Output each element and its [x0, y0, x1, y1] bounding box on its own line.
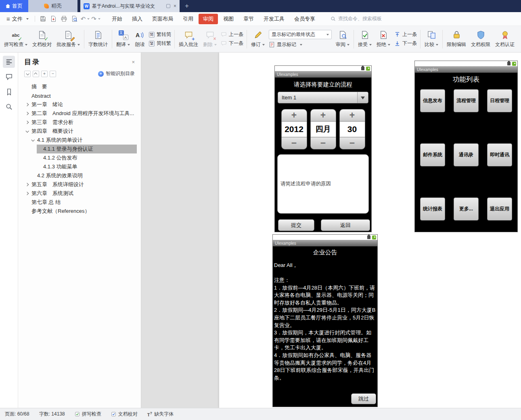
translate-button[interactable]: 文 A 翻译 — [114, 27, 132, 51]
tab-pin-icon[interactable] — [166, 4, 170, 8]
toc-item[interactable]: 参考文献（References） — [18, 207, 141, 216]
tab-dev-tools[interactable]: 开发工具 — [259, 14, 289, 24]
compare-button[interactable]: 比较 — [422, 27, 441, 51]
export-pdf-button[interactable] — [48, 14, 59, 24]
doc-permission-button[interactable]: 文档权限 — [469, 27, 493, 51]
word-count-indicator[interactable]: 字数: 14138 — [39, 411, 65, 418]
tab-start[interactable]: 开始 — [107, 14, 127, 24]
simp-to-trad-button[interactable]: 繁 简转繁 — [149, 40, 171, 47]
charging-icon — [512, 62, 516, 66]
tab-insert[interactable]: 插入 — [128, 14, 147, 24]
tab-review[interactable]: 审阅 — [199, 14, 218, 24]
document-page[interactable]: UIexamples 请选择将要建立的流程 Item 1 + 2012 − — [219, 52, 521, 408]
track-changes-icon — [253, 30, 263, 40]
toc-item[interactable]: 第三章 需求分析 — [18, 118, 141, 127]
delete-comment-button[interactable]: × 删除 — [201, 27, 219, 51]
divider — [35, 16, 35, 22]
toc-item[interactable]: 4.1.2 公告发布 — [18, 153, 141, 162]
proofread-status-button[interactable]: 文档校对 — [111, 411, 138, 418]
toc-item[interactable]: 第六章 系统测试 — [18, 189, 141, 198]
toc-item[interactable]: 4.1.3 功能菜单 — [18, 162, 141, 171]
chevron-down-icon — [26, 72, 29, 75]
textarea-hint: 请简述流程申请的原因 — [280, 181, 331, 187]
redo-button[interactable]: ↷ — [91, 15, 100, 23]
sidebar-comment-button[interactable] — [3, 71, 15, 83]
spellcheck-status-button[interactable]: 拼写检查 — [75, 411, 101, 418]
new-tab-button[interactable]: + — [180, 0, 194, 12]
toc-item-selected[interactable]: 4.1.1 登录与身份认证 — [18, 145, 141, 153]
toc-item[interactable]: 4.2 系统的效果说明 — [18, 171, 141, 180]
print-preview-button[interactable] — [69, 14, 80, 24]
toc-item[interactable]: 第二章 Android 应用程序开发环境与工具... — [18, 109, 141, 118]
toc-item[interactable]: 第四章 概要设计 — [18, 127, 141, 136]
expand-level-button[interactable]: + — [41, 71, 48, 77]
document-area[interactable]: UIexamples 请选择将要建立的流程 Item 1 + 2012 − — [141, 52, 521, 408]
home-tab[interactable]: 首页 — [0, 0, 28, 12]
delete-comment-icon: × — [205, 30, 215, 40]
screenshot-announcement[interactable]: UIexamples 企业公告 Dear All， 注意： 1．放假前—4月28… — [272, 234, 378, 407]
smart-toc-button[interactable]: 智能识别目录 — [98, 70, 135, 77]
collapse-level-button[interactable]: − — [50, 71, 56, 77]
next-comment-button[interactable]: 下一条 — [221, 40, 243, 47]
toc-item[interactable]: 摘 要 — [18, 82, 141, 91]
screenshot-flow-form[interactable]: UIexamples 请选择将要建立的流程 Item 1 + 2012 − — [274, 65, 372, 232]
docer-tab[interactable]: 稻壳 — [28, 0, 77, 12]
toc-item[interactable]: 4.1 系统的简单设计 — [18, 136, 141, 145]
doc-proofread-button[interactable]: ✓ 文档校对 — [30, 27, 54, 51]
file-menu-button[interactable]: ≡ 文件 — [3, 15, 32, 23]
sidebar-outline-button[interactable] — [3, 56, 15, 68]
collapse-all-button[interactable] — [24, 71, 31, 77]
undo-button[interactable]: ↶ — [81, 15, 90, 23]
sidebar-search-button[interactable] — [3, 101, 15, 113]
review-mode-icon — [338, 30, 348, 40]
review-mode-button[interactable]: 审阅 — [333, 27, 352, 51]
toc-item[interactable]: Abstract — [18, 91, 141, 100]
tab-view[interactable]: 视图 — [219, 14, 238, 24]
trad-to-simp-button[interactable]: 简 繁转简 — [149, 31, 171, 38]
prev-change-button[interactable]: 上一条 — [394, 31, 417, 38]
app-title-label: UIexamples — [275, 241, 296, 246]
reason-textarea: 请简述流程申请的原因 — [277, 154, 369, 214]
word-count-button[interactable]: 字数统计 — [86, 27, 110, 51]
reject-change-button[interactable]: 拒绝 — [374, 27, 393, 51]
sidebar-bookmark-button[interactable] — [3, 86, 15, 98]
tab-member[interactable]: 会员专享 — [290, 14, 320, 24]
month-picker: + 四月 − — [310, 109, 336, 149]
accept-change-button[interactable]: 接受 — [356, 27, 374, 51]
certificate-icon — [500, 30, 510, 40]
read-aloud-button[interactable]: A 朗读 — [132, 27, 147, 51]
toc-close-icon[interactable]: × — [132, 59, 135, 65]
command-search[interactable]: 查找命令、搜索模板 — [331, 15, 382, 22]
restrict-editing-button[interactable]: 限制编辑 — [444, 27, 469, 51]
divider — [354, 30, 354, 48]
next-change-button[interactable]: 下一条 — [394, 40, 417, 47]
caret-icon — [98, 18, 100, 21]
chevron-right-icon — [25, 112, 29, 115]
correction-service-button[interactable]: 批改服务 — [54, 27, 82, 51]
save-button[interactable] — [38, 14, 48, 24]
screenshot-function-list[interactable]: UIexamples 功能列表 信息发布 流程管理 日程管理 邮件系统 通讯录 … — [414, 61, 518, 232]
show-markup-button[interactable]: 显示标记 — [269, 41, 332, 48]
tab-page-layout[interactable]: 页面布局 — [148, 14, 178, 24]
android-app-titlebar: UIexamples — [415, 66, 517, 73]
toc-item[interactable]: 第一章 绪论 — [18, 100, 141, 109]
toc-item[interactable]: 第五章 系统详细设计 — [18, 180, 141, 189]
spell-check-button[interactable]: abc ✓ 拼写检查 — [2, 27, 30, 51]
tab-close-icon[interactable]: × — [174, 3, 176, 9]
prev-comment-button[interactable]: 上一条 — [221, 31, 243, 38]
toc-item[interactable]: 第七章 总 结 — [18, 198, 141, 207]
expand-all-button[interactable] — [33, 71, 39, 77]
doc-certification-button[interactable]: 文档认证 — [493, 27, 517, 51]
insert-comment-button[interactable]: + 插入批注 — [176, 27, 201, 51]
print-button[interactable] — [59, 14, 69, 24]
wps-writer-window: 首页 稻壳 W 基于Androi...与实现 毕业论文 × + ≡ 文件 — [0, 0, 521, 420]
markup-state-select[interactable]: 显示标记的最终状态 — [269, 30, 332, 39]
titlebar: 首页 稻壳 W 基于Androi...与实现 毕业论文 × + — [0, 0, 521, 12]
tab-section[interactable]: 章节 — [239, 14, 258, 24]
missing-font-button[interactable]: T? 缺失字体 — [147, 411, 174, 418]
track-changes-button[interactable]: 修订 — [249, 27, 267, 51]
year-plus-button: + — [281, 109, 307, 122]
tab-references[interactable]: 引用 — [178, 14, 198, 24]
feature-button: 统计报表 — [420, 197, 445, 220]
document-tab[interactable]: W 基于Androi...与实现 毕业论文 × — [80, 0, 180, 12]
